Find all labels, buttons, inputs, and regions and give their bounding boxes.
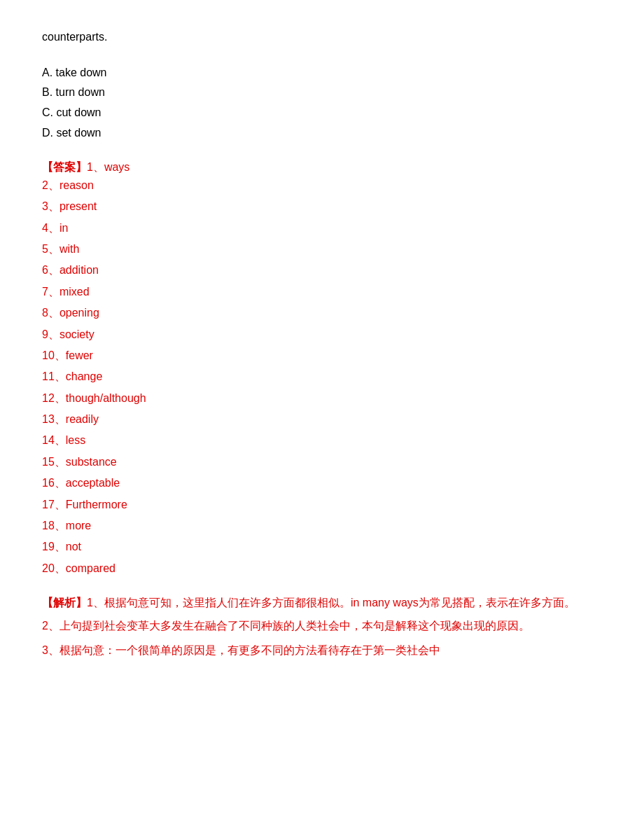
intro-text: counterparts. (42, 28, 602, 46)
answer-4: 4、in (42, 218, 602, 239)
option-a: A. take down (42, 63, 602, 83)
intro-section: counterparts. (42, 28, 602, 46)
answer-8: 8、opening (42, 303, 602, 324)
answer-10: 10、fewer (42, 345, 602, 366)
answer-14: 14、less (42, 430, 602, 451)
answer-header: 【答案】 (42, 161, 87, 173)
answer-17: 17、Furthermore (42, 494, 602, 515)
answer-16: 16、acceptable (42, 473, 602, 494)
answer-15: 15、substance (42, 452, 602, 473)
answer-20: 20、compared (42, 558, 602, 579)
analysis-first: 1、根据句意可知，这里指人们在许多方面都很相似。in many ways为常见搭… (87, 597, 575, 609)
option-b: B. turn down (42, 83, 602, 103)
answer-2: 2、reason (42, 175, 602, 196)
analysis-2: 2、上句提到社会变革大多发生在融合了不同种族的人类社会中，本句是解释这个现象出现… (42, 616, 602, 635)
analysis-header: 【解析】 (42, 597, 87, 609)
answer-5: 5、with (42, 239, 602, 260)
options-section: A. take down B. turn down C. cut down D.… (42, 63, 602, 144)
answer-19: 19、not (42, 536, 602, 557)
option-d: D. set down (42, 123, 602, 144)
answer-12: 12、though/although (42, 388, 602, 409)
answer-13: 13、readily (42, 409, 602, 430)
analysis-3: 3、根据句意：一个很简单的原因是，有更多不同的方法看待存在于第一类社会中 (42, 641, 602, 660)
analysis-section: 【解析】1、根据句意可知，这里指人们在许多方面都很相似。in many ways… (42, 596, 602, 660)
answer-first-line: 【答案】1、ways (42, 160, 602, 175)
answer-18: 18、more (42, 515, 602, 536)
answer-7: 7、mixed (42, 282, 602, 303)
answer-11: 11、change (42, 366, 602, 387)
answer-3: 3、present (42, 196, 602, 217)
answer-first: 1、ways (87, 161, 130, 173)
answer-9: 9、society (42, 324, 602, 345)
answer-6: 6、addition (42, 260, 602, 281)
analysis-first-line: 【解析】1、根据句意可知，这里指人们在许多方面都很相似。in many ways… (42, 596, 602, 611)
answer-section: 【答案】1、ways 2、reason 3、present 4、in 5、wit… (42, 160, 602, 579)
option-c: C. cut down (42, 103, 602, 123)
